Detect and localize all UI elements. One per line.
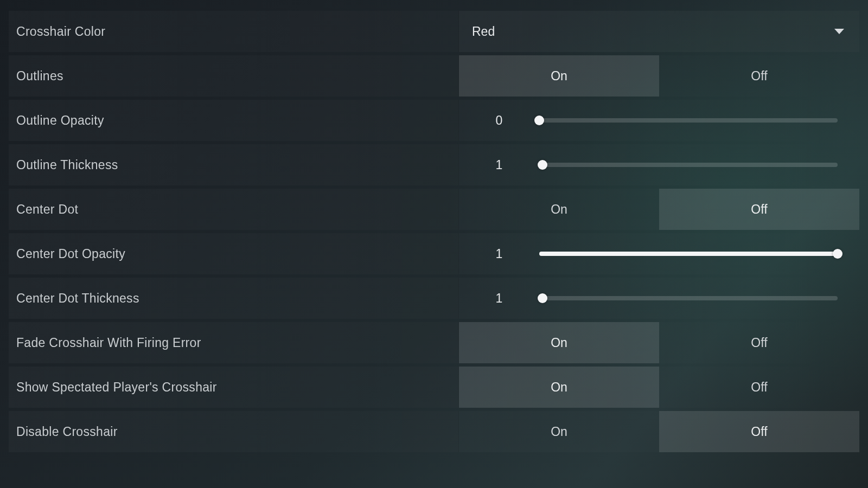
row-disable-crosshair: Disable Crosshair On Off bbox=[9, 411, 859, 452]
slider-outline-opacity-value: 0 bbox=[459, 113, 539, 128]
dropdown-crosshair-color[interactable]: Red bbox=[459, 11, 859, 52]
label-center-dot-opacity: Center Dot Opacity bbox=[9, 233, 459, 274]
label-show-spectated: Show Spectated Player's Crosshair bbox=[9, 367, 459, 408]
slider-outline-thickness[interactable] bbox=[539, 160, 838, 169]
toggle-fade-crosshair-on[interactable]: On bbox=[459, 322, 659, 363]
slider-outline-opacity[interactable] bbox=[539, 116, 838, 125]
slider-thumb[interactable] bbox=[538, 160, 547, 170]
slider-track bbox=[539, 296, 838, 300]
toggle-show-spectated-off[interactable]: Off bbox=[659, 367, 859, 408]
row-show-spectated: Show Spectated Player's Crosshair On Off bbox=[9, 367, 859, 408]
toggle-center-dot-on[interactable]: On bbox=[459, 189, 659, 230]
row-outline-opacity: Outline Opacity 0 bbox=[9, 100, 859, 141]
toggle-center-dot-off[interactable]: Off bbox=[659, 189, 859, 230]
toggle-disable-crosshair-on[interactable]: On bbox=[459, 411, 659, 452]
slider-thumb[interactable] bbox=[833, 249, 843, 259]
chevron-down-icon bbox=[834, 29, 844, 34]
toggle-center-dot: On Off bbox=[459, 189, 859, 230]
label-outline-opacity: Outline Opacity bbox=[9, 100, 459, 141]
settings-panel: Crosshair Color Red Outlines On Off Outl… bbox=[0, 0, 868, 466]
label-outline-thickness: Outline Thickness bbox=[9, 144, 459, 185]
slider-outline-thickness-value: 1 bbox=[459, 158, 539, 172]
row-center-dot-opacity: Center Dot Opacity 1 bbox=[9, 233, 859, 274]
row-center-dot: Center Dot On Off bbox=[9, 189, 859, 230]
toggle-outlines-on[interactable]: On bbox=[459, 55, 659, 97]
label-disable-crosshair: Disable Crosshair bbox=[9, 411, 459, 452]
slider-track bbox=[539, 118, 838, 123]
slider-center-dot-thickness[interactable] bbox=[539, 294, 838, 303]
slider-fill bbox=[539, 252, 838, 256]
toggle-outlines: On Off bbox=[459, 55, 859, 97]
label-center-dot: Center Dot bbox=[9, 189, 459, 230]
toggle-disable-crosshair-off[interactable]: Off bbox=[659, 411, 859, 452]
slider-center-dot-opacity[interactable] bbox=[539, 249, 838, 258]
slider-track bbox=[539, 163, 838, 167]
row-crosshair-color: Crosshair Color Red bbox=[9, 11, 859, 52]
slider-center-dot-thickness-value: 1 bbox=[459, 291, 539, 306]
label-crosshair-color: Crosshair Color bbox=[9, 11, 459, 52]
toggle-show-spectated-on[interactable]: On bbox=[459, 367, 659, 408]
label-fade-crosshair: Fade Crosshair With Firing Error bbox=[9, 322, 459, 363]
row-center-dot-thickness: Center Dot Thickness 1 bbox=[9, 278, 859, 319]
slider-thumb[interactable] bbox=[534, 115, 544, 125]
row-outlines: Outlines On Off bbox=[9, 55, 859, 97]
label-outlines: Outlines bbox=[9, 55, 459, 97]
toggle-fade-crosshair-off[interactable]: Off bbox=[659, 322, 859, 363]
slider-center-dot-opacity-value: 1 bbox=[459, 247, 539, 261]
toggle-disable-crosshair: On Off bbox=[459, 411, 859, 452]
row-outline-thickness: Outline Thickness 1 bbox=[9, 144, 859, 185]
dropdown-crosshair-color-value: Red bbox=[472, 24, 495, 39]
toggle-show-spectated: On Off bbox=[459, 367, 859, 408]
row-fade-crosshair: Fade Crosshair With Firing Error On Off bbox=[9, 322, 859, 363]
toggle-fade-crosshair: On Off bbox=[459, 322, 859, 363]
toggle-outlines-off[interactable]: Off bbox=[659, 55, 859, 97]
slider-thumb[interactable] bbox=[538, 293, 547, 303]
label-center-dot-thickness: Center Dot Thickness bbox=[9, 278, 459, 319]
